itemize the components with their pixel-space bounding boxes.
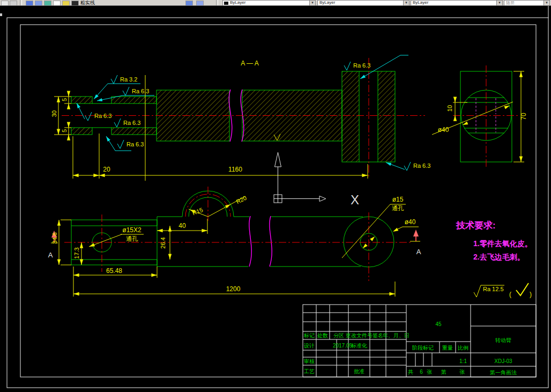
dim-5: 5 bbox=[61, 98, 68, 101]
tech-req-title: 技术要求: bbox=[456, 220, 496, 231]
tb-sheet-total: 6 bbox=[420, 369, 423, 375]
layer-manager-icon[interactable] bbox=[26, 1, 33, 6]
layer-off-icon[interactable] bbox=[53, 1, 61, 6]
dim-hole-left-note: 通孔 bbox=[126, 235, 138, 242]
layer-previous-icon[interactable] bbox=[196, 1, 204, 6]
ucs-y-arrow-icon bbox=[275, 152, 281, 167]
tb-sheet-no-label: 第 bbox=[441, 369, 446, 375]
layer-combo-label[interactable]: 粗实线 bbox=[80, 0, 95, 6]
tb-col-date: 年、月、日 bbox=[383, 332, 409, 338]
cad-application-window: 粗实线 ByLayer ▼ ByLayer ▼ ByLayer ▼ 随层 ▼ bbox=[0, 0, 551, 392]
dim-40: 40 bbox=[178, 222, 186, 230]
dim-17-3: 17.3 bbox=[73, 247, 80, 258]
plan-view: A A 34.6 17.3 65.48 bbox=[48, 187, 421, 297]
color-combo-arrow-icon[interactable]: ▼ bbox=[309, 1, 315, 5]
model-space-canvas[interactable]: A — A Ra 3.2 bbox=[0, 0, 551, 392]
tb-col-docno: 更改文件号 bbox=[346, 332, 373, 338]
tb-material: 45 bbox=[435, 321, 442, 327]
dim-26-4: 26.4 bbox=[160, 237, 166, 248]
tech-req-item2: 2.去飞边毛刺。 bbox=[473, 253, 525, 261]
dim-10: 10 bbox=[446, 105, 453, 112]
dim-dia40-side: ø40 bbox=[438, 126, 449, 134]
svg-text:A: A bbox=[416, 248, 421, 256]
tb-standardization: 标准化 bbox=[351, 343, 367, 349]
section-view-aa: A — A Ra 3.2 bbox=[51, 55, 430, 181]
svg-text:Ra 6.3: Ra 6.3 bbox=[126, 141, 144, 147]
tb-sheet-unit: 张 bbox=[427, 369, 432, 375]
print-icon[interactable] bbox=[10, 1, 17, 6]
linetype-combo-arrow-icon[interactable]: ▼ bbox=[403, 1, 409, 5]
linetype-combo-value: ByLayer bbox=[319, 0, 335, 5]
section-marker-right: A bbox=[410, 230, 421, 256]
dim-70: 70 bbox=[520, 113, 527, 120]
dimensions-side-view: 70 10 ø40 bbox=[432, 71, 527, 162]
tb-scale-label: 比例 bbox=[458, 345, 468, 351]
lineweight-combo-arrow-icon[interactable]: ▼ bbox=[496, 1, 502, 5]
dim-30: 30 bbox=[51, 110, 57, 117]
linetype-combo[interactable]: ByLayer ▼ bbox=[317, 0, 409, 6]
tb-approve: 批准 bbox=[354, 368, 364, 374]
ui-artifact bbox=[0, 13, 2, 16]
section-view-label: A — A bbox=[241, 60, 258, 67]
tb-col-zone: 分区 bbox=[333, 332, 344, 338]
svg-text:Ra 6.3: Ra 6.3 bbox=[94, 113, 111, 119]
tech-req-item1: 1.零件去氧化皮。 bbox=[473, 239, 532, 248]
dim-20: 20 bbox=[103, 166, 110, 173]
dim-hole-right-note: 通孔 bbox=[392, 205, 404, 211]
layer-tools-icon[interactable] bbox=[44, 1, 51, 6]
tb-drawing-no: XDJ-03 bbox=[494, 358, 512, 364]
lineweight-combo[interactable]: ByLayer ▼ bbox=[411, 0, 503, 6]
dim-hole-left: ø15X2 bbox=[122, 226, 142, 234]
top-toolbar: 粗实线 ByLayer ▼ ByLayer ▼ ByLayer ▼ 随层 ▼ bbox=[0, 0, 551, 6]
dim-1200: 1200 bbox=[226, 285, 241, 293]
dim-r15: R15 bbox=[191, 206, 204, 216]
tb-col-mark: 标记 bbox=[303, 332, 315, 338]
tb-part-name: 转动臂 bbox=[495, 337, 511, 343]
tb-sheet-total-label: 共 bbox=[408, 369, 413, 375]
toolbar-separator bbox=[216, 0, 218, 5]
tb-design-date: 2017.05 bbox=[333, 343, 353, 349]
toolbar-separator bbox=[20, 0, 22, 5]
dim-65-48: 65.48 bbox=[106, 267, 122, 275]
break-line bbox=[249, 216, 251, 267]
tech-requirements: 技术要求: 1.零件去氧化皮。 2.去飞边毛刺。 bbox=[456, 220, 532, 261]
general-roughness-note: Ra 12.5 ( ) bbox=[474, 283, 532, 298]
side-view: 70 10 ø40 bbox=[432, 65, 527, 168]
dim-r20: R20 bbox=[235, 195, 247, 205]
tb-stage-mark: 阶段标记 bbox=[412, 345, 434, 351]
dim-5: 5 bbox=[61, 129, 68, 132]
paren-open: ( bbox=[509, 291, 511, 298]
paren-close: ) bbox=[530, 291, 532, 298]
tb-col-count: 处数 bbox=[317, 332, 328, 338]
tb-projection: 第一角画法 bbox=[490, 369, 517, 375]
color-combo[interactable]: ByLayer ▼ bbox=[222, 0, 316, 6]
plotstyle-combo-arrow-icon[interactable]: ▼ bbox=[543, 1, 549, 5]
layer-bulb-icon[interactable] bbox=[62, 1, 70, 6]
tb-design: 设计 bbox=[303, 343, 315, 349]
dim-1160: 1160 bbox=[228, 166, 242, 173]
tb-sheet-no-unit: 张 bbox=[459, 369, 465, 375]
ucs-x-arrow-icon bbox=[319, 196, 326, 202]
tb-review: 审核 bbox=[304, 358, 315, 364]
tb-process: 工艺 bbox=[304, 368, 315, 374]
make-layer-current-icon[interactable] bbox=[185, 1, 193, 6]
tb-weight: 重量 bbox=[442, 345, 453, 351]
plotstyle-combo[interactable]: 随层 ▼ bbox=[504, 0, 550, 6]
svg-text:Ra 6.3: Ra 6.3 bbox=[353, 62, 370, 69]
title-block: 标记 处数 分区 更改文件号 签名 年、月、日 设计 2017.05 标准化 审… bbox=[303, 305, 536, 377]
svg-text:Ra 3.2: Ra 3.2 bbox=[120, 76, 137, 83]
break-line bbox=[270, 216, 272, 267]
ucs-x-label: X bbox=[351, 193, 359, 207]
dim-hole-right: ø15 bbox=[392, 196, 404, 203]
svg-text:Ra 6.3: Ra 6.3 bbox=[123, 120, 140, 126]
color-combo-value: ByLayer bbox=[230, 0, 245, 5]
layer-states-icon[interactable] bbox=[35, 1, 42, 6]
tb-scale-value: 1:1 bbox=[459, 358, 467, 364]
surface-finish-ra63: Ra 6.3 bbox=[77, 103, 111, 121]
new-file-icon[interactable] bbox=[1, 1, 9, 6]
surface-finish-ra63: Ra 6.3 bbox=[106, 136, 144, 151]
color-swatch-icon bbox=[224, 2, 228, 5]
layer-color-swatch[interactable] bbox=[71, 1, 79, 6]
surface-finish-ra63: Ra 6.3 bbox=[114, 119, 140, 127]
tb-col-sign: 签名 bbox=[373, 332, 383, 338]
